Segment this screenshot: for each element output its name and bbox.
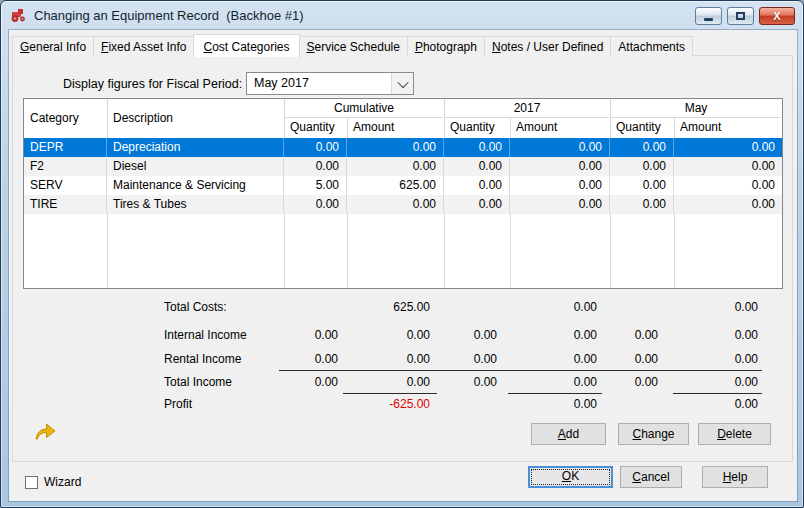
cell-value: 0.00 <box>347 195 444 214</box>
cell-value: 0.00 <box>674 138 782 157</box>
cell-value: 0.00 <box>347 157 444 176</box>
total-costs-2017: 0.00 <box>513 300 597 314</box>
cell-value: 0.00 <box>444 138 510 157</box>
col-header-amount: Amount <box>353 120 394 134</box>
cell-value: 0.00 <box>674 195 782 214</box>
internal-income-value: 0.00 <box>574 328 658 342</box>
tab-notes-user-defined[interactable]: Notes / User Defined <box>484 36 611 56</box>
fiscal-period-combobox[interactable]: May 2017 <box>246 72 414 95</box>
dialog-window: Changing an Equipment Record (Backhoe #1… <box>0 0 804 508</box>
combobox-dropdown-button[interactable] <box>391 73 413 94</box>
cell-value: 0.00 <box>674 157 782 176</box>
tab-cost-categories[interactable]: Cost Categories <box>193 34 299 57</box>
tab-fixed-asset-info[interactable]: Fixed Asset Info <box>93 36 194 56</box>
tab-general-info[interactable]: General Info <box>12 36 94 56</box>
dialog-client-area: General Info Fixed Asset Info Cost Categ… <box>9 30 797 501</box>
help-button[interactable]: Help <box>702 466 768 488</box>
close-button[interactable]: X <box>759 7 795 25</box>
internal-income-value: 0.00 <box>413 328 497 342</box>
profit-sum-line <box>673 393 762 394</box>
tab-photograph[interactable]: Photograph <box>407 36 485 56</box>
group-underline <box>285 117 443 118</box>
titlebar[interactable]: Changing an Equipment Record (Backhoe #1… <box>1 1 803 30</box>
window-title: Changing an Equipment Record (Backhoe #1… <box>34 8 304 23</box>
table-row-depr[interactable]: DEPR Depreciation 0.00 0.00 0.00 0.00 0.… <box>24 138 782 157</box>
total-costs-label: Total Costs: <box>164 300 227 314</box>
col-header-quantity: Quantity <box>616 120 661 134</box>
ok-button[interactable]: OK <box>528 466 613 488</box>
jump-arrow-icon[interactable] <box>34 421 58 441</box>
cancel-button[interactable]: Cancel <box>620 466 682 488</box>
minimize-icon <box>704 18 713 21</box>
cell-value: 0.00 <box>284 195 347 214</box>
cell-category: F2 <box>24 157 107 176</box>
profit-sum-line <box>343 393 437 394</box>
group-underline <box>611 117 781 118</box>
profit-2017: 0.00 <box>513 397 597 411</box>
total-costs-cumulative: 625.00 <box>346 300 430 314</box>
fiscal-period-label: Display figures for Fiscal Period: <box>63 77 242 91</box>
delete-button[interactable]: Delete <box>698 423 771 445</box>
cell-description: Depreciation <box>107 138 284 157</box>
wizard-checkbox[interactable] <box>25 476 38 489</box>
cell-value: 0.00 <box>674 176 782 195</box>
cell-value: 0.00 <box>444 157 510 176</box>
cell-value: 0.00 <box>610 176 674 195</box>
cell-value: 0.00 <box>510 176 610 195</box>
window-controls: X <box>695 7 795 25</box>
rental-income-label: Rental Income <box>164 352 241 366</box>
col-header-amount: Amount <box>680 120 721 134</box>
cell-value: 0.00 <box>444 176 510 195</box>
cell-category: SERV <box>24 176 107 195</box>
profit-sum-line <box>508 393 602 394</box>
rental-income-value: 0.00 <box>674 352 758 366</box>
col-header-description: Description <box>113 99 173 137</box>
group-underline <box>445 117 609 118</box>
table-row-f2[interactable]: F2 Diesel 0.00 0.00 0.00 0.00 0.00 0.00 <box>24 157 782 176</box>
profit-label: Profit <box>164 397 192 411</box>
profit-may: 0.00 <box>674 397 758 411</box>
col-header-quantity: Quantity <box>290 120 335 134</box>
cell-category: DEPR <box>24 138 107 157</box>
app-icon <box>10 8 27 23</box>
cell-value: 0.00 <box>284 157 347 176</box>
add-button[interactable]: Add <box>531 423 606 445</box>
total-income-value: 0.00 <box>254 375 338 389</box>
cell-value: 0.00 <box>284 138 347 157</box>
cell-value: 5.00 <box>284 176 347 195</box>
cell-description: Maintenance & Servicing <box>107 176 284 195</box>
cell-description: Tires & Tubes <box>107 195 284 214</box>
change-button[interactable]: Change <box>618 423 689 445</box>
cell-value: 0.00 <box>610 138 674 157</box>
table-row-serv[interactable]: SERV Maintenance & Servicing 5.00 625.00… <box>24 176 782 195</box>
cell-description: Diesel <box>107 157 284 176</box>
restore-button[interactable] <box>727 7 754 25</box>
col-header-quantity: Quantity <box>450 120 495 134</box>
income-sum-line <box>279 370 762 371</box>
tab-attachments[interactable]: Attachments <box>610 36 693 56</box>
cost-categories-tab-page: Display figures for Fiscal Period: May 2… <box>12 55 793 462</box>
col-header-category: Category <box>30 99 79 137</box>
internal-income-value: 0.00 <box>254 328 338 342</box>
cell-value: 0.00 <box>347 138 444 157</box>
internal-income-value: 0.00 <box>674 328 758 342</box>
close-icon: X <box>773 11 780 22</box>
total-income-label: Total Income <box>164 375 232 389</box>
internal-income-label: Internal Income <box>164 328 247 342</box>
cell-value: 0.00 <box>610 157 674 176</box>
tab-service-schedule[interactable]: Service Schedule <box>299 36 408 56</box>
total-income-value: 0.00 <box>574 375 658 389</box>
table-row-tire[interactable]: TIRE Tires & Tubes 0.00 0.00 0.00 0.00 0… <box>24 195 782 214</box>
cell-value: 0.00 <box>510 157 610 176</box>
col-group-may: May <box>610 101 782 115</box>
cell-category: TIRE <box>24 195 107 214</box>
rental-income-value: 0.00 <box>413 352 497 366</box>
cost-categories-table: Category Description Cumulative 2017 May… <box>23 98 783 289</box>
chevron-down-icon <box>397 76 408 87</box>
cell-value: 0.00 <box>510 195 610 214</box>
col-group-cumulative: Cumulative <box>284 101 444 115</box>
cell-value: 0.00 <box>610 195 674 214</box>
rental-income-value: 0.00 <box>574 352 658 366</box>
rental-income-value: 0.00 <box>254 352 338 366</box>
minimize-button[interactable] <box>695 7 722 25</box>
